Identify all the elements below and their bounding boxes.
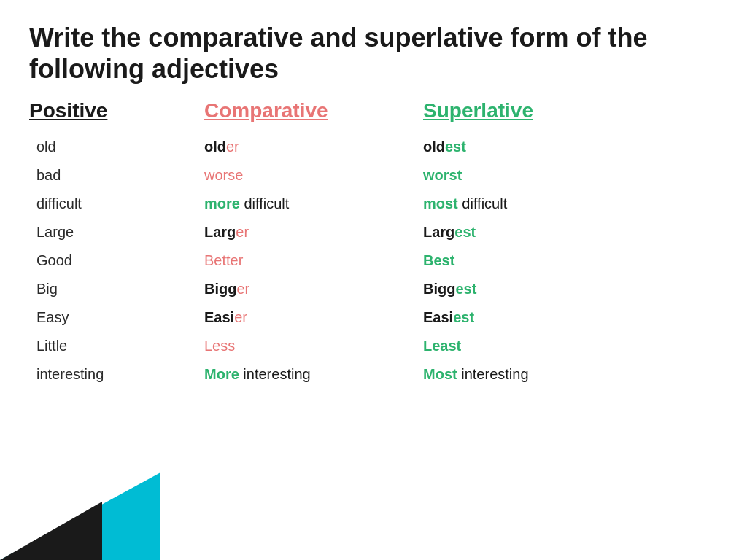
cell-positive: old	[29, 139, 204, 155]
table-row: difficultmore difficultmost difficult	[29, 190, 718, 218]
table-body: oldolderoldestbadworseworstdifficultmore…	[29, 133, 718, 389]
page-container: Write the comparative and superlative fo…	[0, 0, 747, 560]
page-title: Write the comparative and superlative fo…	[29, 22, 718, 85]
table-row: LargeLargerLargest	[29, 218, 718, 246]
table-row: badworseworst	[29, 161, 718, 190]
cell-superlative: Best	[423, 252, 671, 269]
cell-superlative: Least	[423, 338, 671, 354]
cell-comparative: older	[204, 139, 423, 155]
cell-positive: Easy	[29, 309, 204, 326]
bottom-decoration	[0, 472, 160, 560]
cell-positive: Big	[29, 281, 204, 298]
cell-comparative: more difficult	[204, 195, 423, 212]
header-superlative: Superlative	[423, 99, 671, 125]
cell-comparative: Less	[204, 338, 423, 354]
cell-superlative: Most interesting	[423, 366, 671, 383]
cell-positive: Good	[29, 252, 204, 269]
table-header: Positive Comparative Superlative	[29, 99, 718, 125]
cell-superlative: Easiest	[423, 309, 671, 326]
cell-positive: bad	[29, 167, 204, 184]
table-row: GoodBetterBest	[29, 246, 718, 275]
cell-superlative: Largest	[423, 224, 671, 241]
header-positive: Positive	[29, 99, 204, 125]
cell-comparative: Easier	[204, 309, 423, 326]
cell-superlative: Biggest	[423, 281, 671, 298]
cell-superlative: oldest	[423, 139, 671, 155]
table-row: oldolderoldest	[29, 133, 718, 161]
table-row: BigBiggerBiggest	[29, 275, 718, 303]
cell-comparative: Better	[204, 252, 423, 269]
cell-positive: Large	[29, 224, 204, 241]
cell-superlative: worst	[423, 167, 671, 184]
cell-comparative: Bigger	[204, 281, 423, 298]
table-row: LittleLessLeast	[29, 332, 718, 360]
header-comparative: Comparative	[204, 99, 423, 125]
cell-positive: difficult	[29, 195, 204, 212]
cell-positive: interesting	[29, 366, 204, 383]
cell-comparative: More interesting	[204, 366, 423, 383]
cell-comparative: Larger	[204, 224, 423, 241]
cell-superlative: most difficult	[423, 195, 671, 212]
table-row: EasyEasierEasiest	[29, 303, 718, 332]
cell-comparative: worse	[204, 167, 423, 184]
cell-positive: Little	[29, 338, 204, 354]
table-row: interestingMore interestingMost interest…	[29, 360, 718, 389]
dark-triangle	[0, 502, 102, 560]
